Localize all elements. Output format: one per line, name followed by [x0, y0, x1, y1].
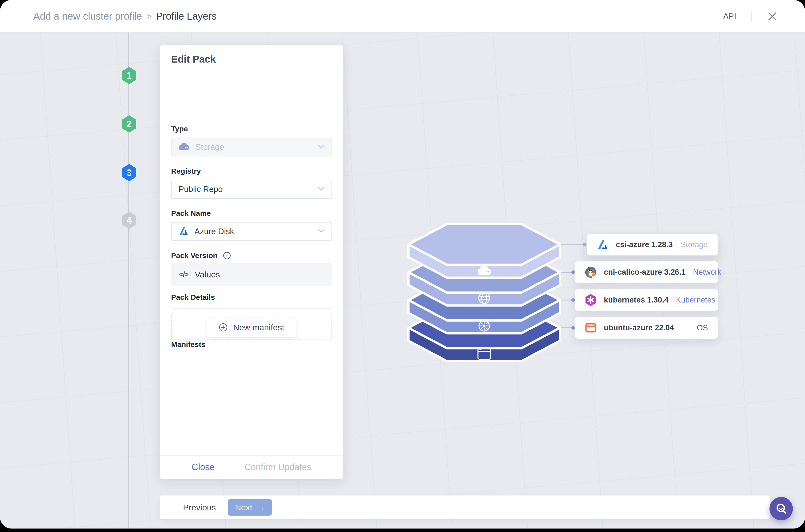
- pack-card-category: Storage: [681, 240, 708, 249]
- breadcrumb-separator: >: [147, 12, 151, 21]
- calico-cat-icon: [585, 266, 596, 278]
- pack-card-category: Network: [693, 268, 721, 277]
- values-button-label: Values: [195, 270, 220, 280]
- pack-card-category: Kubernetes: [676, 296, 715, 304]
- header-divider: [751, 11, 752, 22]
- step-badge-active: 3: [121, 164, 137, 182]
- step-badge-complete: 1: [121, 66, 137, 85]
- pack-card-os[interactable]: ubuntu-azure 22.04 OS: [575, 317, 718, 339]
- storage-drive-icon: [178, 142, 189, 152]
- info-icon[interactable]: [223, 252, 231, 260]
- stack-layer-storage[interactable]: [408, 224, 560, 278]
- code-icon: </>: [179, 270, 188, 279]
- type-select-value: Storage: [195, 142, 224, 152]
- pack-card-category: OS: [697, 323, 708, 332]
- azure-logo: [597, 239, 608, 250]
- svg-text:4: 4: [127, 215, 132, 226]
- ubuntu-window-icon: [585, 322, 596, 334]
- azure-logo: [178, 226, 189, 237]
- stepper-connector-line: [128, 33, 129, 529]
- breadcrumb: Add a new cluster profile > Profile Laye…: [33, 0, 216, 33]
- chevron-down-icon: [318, 145, 325, 150]
- arrow-right-icon: →: [256, 503, 265, 512]
- header-actions: API: [723, 0, 778, 33]
- pack-name-select[interactable]: Azure Disk: [171, 222, 332, 241]
- manifests-divider: [171, 308, 332, 309]
- next-button[interactable]: Next →: [228, 499, 272, 516]
- pack-card-name: kubernetes 1.30.4: [604, 296, 668, 304]
- close-icon[interactable]: [767, 11, 778, 22]
- pack-card-kubernetes[interactable]: kubernetes 1.30.4 Kubernetes: [575, 289, 718, 311]
- panel-footer: Close Confirm Updates: [160, 455, 343, 479]
- pack-card-network[interactable]: cni-calico-azure 3.26.1 Network: [575, 261, 718, 283]
- step-badge-complete: 2: [121, 115, 137, 133]
- chevron-down-icon: [318, 229, 325, 234]
- pack-card-name: cni-calico-azure 3.26.1: [604, 268, 686, 277]
- pack-card-name: ubuntu-azure 22.04: [604, 323, 674, 332]
- search-smile-icon: [772, 500, 790, 517]
- wizard-bottom-bar: Previous Next →: [160, 495, 770, 519]
- plus-circle-icon: [219, 323, 228, 332]
- app-window: Add a new cluster profile > Profile Laye…: [0, 0, 805, 529]
- pack-card-storage[interactable]: csi-azure 1.28.3 Storage: [587, 234, 718, 255]
- pack-version-field-label-row: Pack Version: [171, 251, 231, 260]
- kubernetes-hex-icon: [585, 294, 596, 306]
- type-select[interactable]: Storage: [171, 138, 332, 156]
- page-title: Profile Layers: [156, 11, 217, 22]
- pack-details-label: Pack Details: [171, 293, 215, 302]
- registry-select[interactable]: Public Repo: [171, 180, 332, 199]
- api-button[interactable]: API: [723, 12, 736, 21]
- confirm-updates-button[interactable]: Confirm Updates: [244, 462, 311, 472]
- pack-version-field-label: Pack Version: [171, 251, 217, 260]
- step-badge-upcoming: 4: [121, 211, 137, 229]
- registry-select-value: Public Repo: [178, 185, 223, 194]
- search-fab-button[interactable]: [769, 497, 793, 520]
- edit-pack-title: Edit Pack: [171, 54, 216, 65]
- pack-name-field-label: Pack Name: [171, 209, 211, 217]
- svg-text:2: 2: [127, 119, 132, 129]
- values-button[interactable]: </> Values: [171, 263, 332, 286]
- new-manifest-button-label: New manifest: [233, 323, 284, 332]
- pack-name-select-value: Azure Disk: [194, 227, 234, 236]
- new-manifest-button[interactable]: New manifest: [207, 318, 296, 337]
- svg-text:3: 3: [127, 168, 132, 178]
- breadcrumb-parent-link[interactable]: Add a new cluster profile: [33, 11, 142, 22]
- header: Add a new cluster profile > Profile Laye…: [0, 0, 805, 33]
- previous-button[interactable]: Previous: [183, 503, 216, 512]
- type-field-label: Type: [171, 125, 188, 133]
- svg-text:1: 1: [127, 71, 132, 81]
- kubernetes-wheel-icon: [479, 321, 490, 331]
- panel-divider: [160, 70, 343, 70]
- manifests-label: Manifests: [171, 340, 205, 349]
- chevron-down-icon: [318, 187, 325, 192]
- pack-card-name: csi-azure 1.28.3: [616, 240, 673, 249]
- next-button-label: Next: [235, 503, 252, 512]
- edit-pack-panel: Edit Pack Type Storage Registry Public R…: [160, 45, 343, 479]
- close-button[interactable]: Close: [192, 462, 214, 472]
- registry-field-label: Registry: [171, 167, 201, 175]
- manifests-dropzone: New manifest: [171, 315, 332, 340]
